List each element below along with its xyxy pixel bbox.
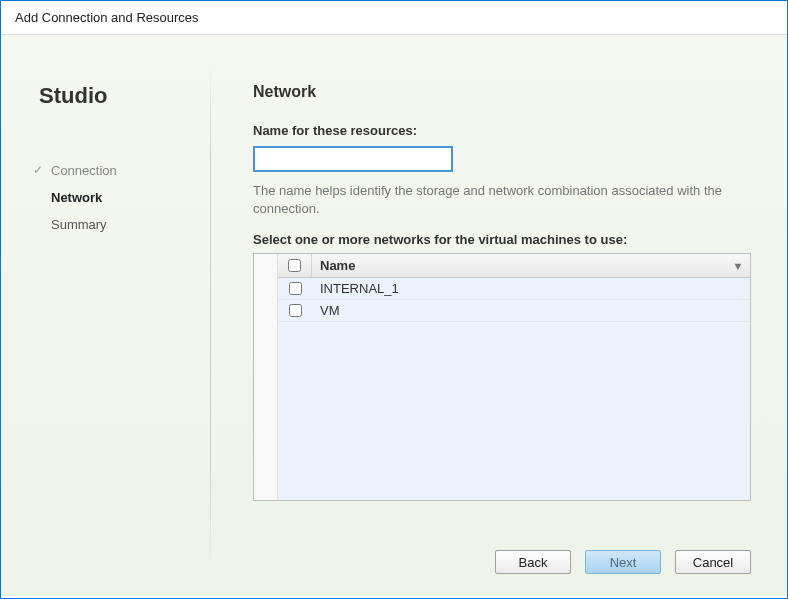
wizard-footer: Back Next Cancel bbox=[253, 530, 751, 596]
grid-header-name[interactable]: Name bbox=[312, 258, 726, 273]
sidebar-divider bbox=[210, 65, 211, 566]
main-area: Studio ✓ Connection Network Summary Netw… bbox=[1, 35, 787, 596]
table-row[interactable]: VM bbox=[278, 300, 750, 322]
step-summary[interactable]: Summary bbox=[39, 211, 211, 238]
name-field-help: The name helps identify the storage and … bbox=[253, 182, 751, 218]
grid-header-row: Name ▼ bbox=[278, 254, 750, 278]
grid-body: Name ▼ INTERNAL_1 VM bbox=[278, 254, 750, 500]
step-network[interactable]: Network bbox=[39, 184, 211, 211]
step-label: Connection bbox=[51, 163, 117, 178]
page-heading: Network bbox=[253, 83, 751, 101]
network-row-name: INTERNAL_1 bbox=[312, 281, 750, 296]
name-field-label: Name for these resources: bbox=[253, 123, 751, 138]
step-connection[interactable]: ✓ Connection bbox=[39, 157, 211, 184]
grid-gutter bbox=[254, 254, 278, 500]
resource-name-input[interactable] bbox=[253, 146, 453, 172]
sidebar-heading: Studio bbox=[39, 83, 211, 109]
back-button[interactable]: Back bbox=[495, 550, 571, 574]
network-row-checkbox[interactable] bbox=[289, 282, 302, 295]
content-panel: Network Name for these resources: The na… bbox=[211, 35, 787, 596]
cancel-button[interactable]: Cancel bbox=[675, 550, 751, 574]
table-row[interactable]: INTERNAL_1 bbox=[278, 278, 750, 300]
window-title: Add Connection and Resources bbox=[1, 1, 787, 35]
sort-arrow-icon[interactable]: ▼ bbox=[726, 260, 750, 272]
select-all-checkbox[interactable] bbox=[288, 259, 301, 272]
step-label: Summary bbox=[51, 217, 107, 232]
check-icon: ✓ bbox=[33, 163, 43, 177]
grid-header-checkbox-cell bbox=[278, 254, 312, 277]
networks-grid-label: Select one or more networks for the virt… bbox=[253, 232, 751, 247]
step-label: Network bbox=[51, 190, 102, 205]
wizard-steps: ✓ Connection Network Summary bbox=[39, 157, 211, 238]
networks-grid: Name ▼ INTERNAL_1 VM bbox=[253, 253, 751, 501]
sidebar: Studio ✓ Connection Network Summary bbox=[1, 35, 211, 596]
next-button[interactable]: Next bbox=[585, 550, 661, 574]
network-row-name: VM bbox=[312, 303, 750, 318]
network-row-checkbox[interactable] bbox=[289, 304, 302, 317]
